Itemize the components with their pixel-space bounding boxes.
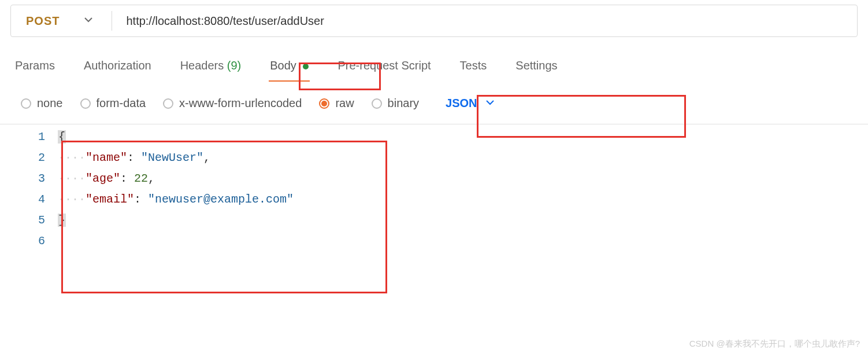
radio-icon — [80, 98, 91, 109]
radio-icon — [163, 98, 173, 109]
content-type-select[interactable]: JSON — [446, 97, 494, 110]
code-line: ····"age": 22, — [58, 168, 868, 189]
tab-tests[interactable]: Tests — [458, 56, 489, 80]
line-number: 3 — [0, 168, 45, 189]
code-line: ····"email": "newuser@example.com" — [58, 189, 868, 210]
tab-body-label: Body — [270, 59, 296, 72]
tab-body[interactable]: Body — [268, 56, 311, 80]
line-number: 5 — [0, 210, 45, 231]
chevron-down-icon — [84, 15, 93, 27]
line-number: 4 — [0, 189, 45, 210]
body-type-label: raw — [335, 97, 354, 110]
code-area[interactable]: { ····"name": "NewUser", ····"age": 22, … — [58, 124, 868, 252]
http-method-label: POST — [26, 14, 60, 28]
request-tabs: Params Authorization Headers (9) Body Pr… — [0, 37, 868, 80]
tab-settings[interactable]: Settings — [513, 56, 559, 80]
request-bar: POST — [10, 5, 858, 37]
line-number: 1 — [0, 127, 45, 148]
divider — [112, 11, 112, 31]
body-editor[interactable]: 1 2 3 4 5 6 { ····"name": "NewUser", ···… — [0, 124, 868, 252]
body-type-binary[interactable]: binary — [372, 97, 419, 110]
body-type-label: form-data — [97, 97, 146, 110]
radio-icon — [372, 98, 382, 109]
body-modified-dot-icon — [303, 64, 309, 69]
tab-headers-label: Headers — [180, 59, 224, 72]
http-method-select[interactable]: POST — [11, 5, 106, 36]
watermark: CSDN @春来我不先开口，哪个虫儿敢作声? — [689, 339, 860, 350]
line-number: 6 — [0, 231, 45, 252]
tab-authorization[interactable]: Authorization — [81, 56, 154, 80]
body-type-raw[interactable]: raw — [319, 97, 354, 110]
headers-count: (9) — [227, 59, 241, 72]
body-type-formdata[interactable]: form-data — [80, 97, 146, 110]
body-type-options: none form-data x-www-form-urlencoded raw… — [0, 80, 868, 124]
code-line — [58, 231, 868, 252]
body-type-label: x-www-form-urlencoded — [179, 97, 302, 110]
tab-params[interactable]: Params — [13, 56, 57, 80]
code-line: { — [58, 127, 868, 148]
radio-selected-icon — [319, 98, 329, 109]
code-line: } — [58, 210, 868, 231]
code-line: ····"name": "NewUser", — [58, 148, 868, 168]
line-gutter: 1 2 3 4 5 6 — [0, 124, 58, 252]
content-type-label: JSON — [446, 97, 477, 110]
line-number: 2 — [0, 148, 45, 168]
radio-icon — [21, 98, 31, 109]
tab-headers[interactable]: Headers (9) — [178, 56, 244, 80]
body-type-urlencoded[interactable]: x-www-form-urlencoded — [163, 97, 302, 110]
body-type-label: binary — [388, 97, 419, 110]
body-type-label: none — [37, 97, 63, 110]
url-input[interactable] — [118, 5, 857, 36]
body-type-none[interactable]: none — [21, 97, 63, 110]
tab-prerequest[interactable]: Pre-request Script — [335, 56, 433, 80]
chevron-down-icon — [485, 97, 495, 110]
